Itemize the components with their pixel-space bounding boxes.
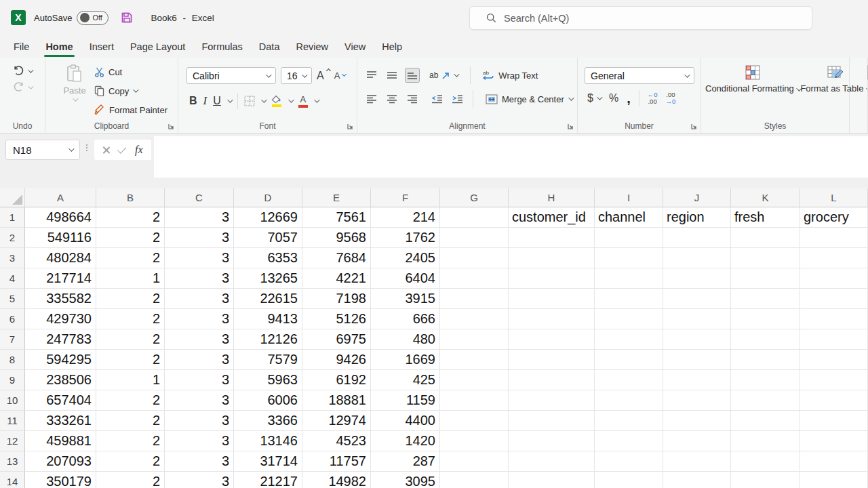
- fill-color-dropdown-icon[interactable]: [288, 97, 294, 102]
- cell-A5[interactable]: 335582: [25, 289, 96, 309]
- cell-A13[interactable]: 207093: [25, 451, 96, 472]
- underline-button[interactable]: U: [213, 95, 221, 107]
- row-header-3[interactable]: 3: [0, 248, 25, 268]
- cell-D4[interactable]: 13265: [234, 268, 302, 289]
- cell-E12[interactable]: 4523: [302, 431, 371, 451]
- cell-H6[interactable]: [509, 309, 595, 329]
- row-header-5[interactable]: 5: [0, 289, 25, 309]
- cell-E11[interactable]: 12974: [302, 411, 371, 431]
- formula-bar-drag-handle[interactable]: [86, 144, 87, 151]
- cell-J5[interactable]: [663, 289, 731, 309]
- cell-E2[interactable]: 9568: [302, 228, 371, 248]
- column-header-G[interactable]: G: [440, 188, 509, 207]
- increase-indent-button[interactable]: [450, 92, 465, 106]
- cell-L5[interactable]: [800, 289, 868, 309]
- cell-A8[interactable]: 594295: [25, 350, 96, 370]
- cell-H4[interactable]: [509, 268, 595, 289]
- cell-G5[interactable]: [440, 289, 509, 309]
- borders-button[interactable]: [244, 96, 255, 106]
- cell-I1[interactable]: channel: [595, 207, 663, 228]
- cell-C4[interactable]: 3: [165, 268, 234, 289]
- cell-G14[interactable]: [440, 472, 509, 488]
- cell-F6[interactable]: 666: [371, 309, 440, 329]
- cell-K5[interactable]: [731, 289, 800, 309]
- cell-I11[interactable]: [595, 411, 663, 431]
- row-header-6[interactable]: 6: [0, 309, 25, 329]
- align-middle-button[interactable]: [384, 68, 399, 83]
- cell-E8[interactable]: 9426: [302, 350, 371, 370]
- decrease-decimal-button[interactable]: .00 →0: [666, 92, 676, 105]
- cell-K12[interactable]: [731, 431, 800, 451]
- cell-H7[interactable]: [509, 329, 595, 350]
- name-box-dropdown-icon[interactable]: [68, 146, 74, 151]
- cell-K2[interactable]: [731, 228, 800, 248]
- cell-H9[interactable]: [509, 370, 595, 390]
- tab-data[interactable]: Data: [251, 35, 288, 58]
- cell-C14[interactable]: 3: [165, 472, 234, 488]
- alignment-dialog-launcher-icon[interactable]: [568, 123, 574, 129]
- cell-D1[interactable]: 12669: [234, 207, 302, 228]
- cell-D2[interactable]: 7057: [234, 228, 302, 248]
- cell-D7[interactable]: 12126: [234, 329, 302, 350]
- tab-home[interactable]: Home: [37, 35, 81, 58]
- column-header-J[interactable]: J: [663, 188, 731, 207]
- row-header-14[interactable]: 14: [0, 472, 25, 488]
- cell-L9[interactable]: [800, 370, 868, 390]
- cell-J8[interactable]: [663, 350, 731, 370]
- decrease-indent-button[interactable]: [429, 92, 444, 106]
- number-format-select[interactable]: General: [585, 67, 694, 84]
- cell-I4[interactable]: [595, 268, 663, 289]
- cell-G9[interactable]: [440, 370, 509, 390]
- cell-F8[interactable]: 1669: [371, 350, 440, 370]
- cell-B8[interactable]: 2: [96, 350, 165, 370]
- cell-D12[interactable]: 13146: [234, 431, 302, 451]
- column-header-D[interactable]: D: [234, 188, 302, 207]
- cell-F11[interactable]: 4400: [371, 411, 440, 431]
- select-all-button[interactable]: [0, 188, 25, 207]
- cell-H8[interactable]: [509, 350, 595, 370]
- row-header-11[interactable]: 11: [0, 411, 25, 431]
- cell-C8[interactable]: 3: [165, 350, 234, 370]
- font-dialog-launcher-icon[interactable]: [347, 123, 353, 129]
- align-left-button[interactable]: [364, 92, 379, 106]
- cell-F5[interactable]: 3915: [371, 289, 440, 309]
- cell-C10[interactable]: 3: [165, 390, 234, 411]
- cell-I3[interactable]: [595, 248, 663, 268]
- cell-I7[interactable]: [595, 329, 663, 350]
- cell-I13[interactable]: [595, 451, 663, 472]
- cell-C12[interactable]: 3: [165, 431, 234, 451]
- cell-J6[interactable]: [663, 309, 731, 329]
- cell-A4[interactable]: 217714: [25, 268, 96, 289]
- row-header-13[interactable]: 13: [0, 451, 25, 472]
- cell-D14[interactable]: 21217: [234, 472, 302, 488]
- cell-A1[interactable]: 498664: [25, 207, 96, 228]
- cell-F9[interactable]: 425: [371, 370, 440, 390]
- undo-button[interactable]: [13, 66, 32, 76]
- cell-F10[interactable]: 1159: [371, 390, 440, 411]
- cell-J7[interactable]: [663, 329, 731, 350]
- cell-B13[interactable]: 2: [96, 451, 165, 472]
- align-right-button[interactable]: [405, 92, 420, 106]
- tab-page-layout[interactable]: Page Layout: [122, 35, 193, 58]
- cell-G8[interactable]: [440, 350, 509, 370]
- cell-L13[interactable]: [800, 451, 868, 472]
- wrap-text-button[interactable]: ab Wrap Text: [483, 70, 538, 81]
- cell-B9[interactable]: 1: [96, 370, 165, 390]
- tab-formulas[interactable]: Formulas: [193, 35, 250, 58]
- cell-E5[interactable]: 7198: [302, 289, 371, 309]
- cell-F4[interactable]: 6404: [371, 268, 440, 289]
- cell-E13[interactable]: 11757: [302, 451, 371, 472]
- font-color-button[interactable]: A: [298, 95, 308, 108]
- clipboard-dialog-launcher-icon[interactable]: [168, 123, 174, 129]
- cell-I8[interactable]: [595, 350, 663, 370]
- font-name-select[interactable]: Calibri: [186, 67, 276, 84]
- cell-A2[interactable]: 549116: [25, 228, 96, 248]
- cell-L14[interactable]: [800, 472, 868, 488]
- column-header-F[interactable]: F: [371, 188, 440, 207]
- tab-file[interactable]: File: [5, 35, 37, 58]
- accounting-format-button[interactable]: $: [587, 92, 601, 104]
- row-header-10[interactable]: 10: [0, 390, 25, 411]
- column-header-K[interactable]: K: [731, 188, 800, 207]
- cell-L11[interactable]: [800, 411, 868, 431]
- cell-C7[interactable]: 3: [165, 329, 234, 350]
